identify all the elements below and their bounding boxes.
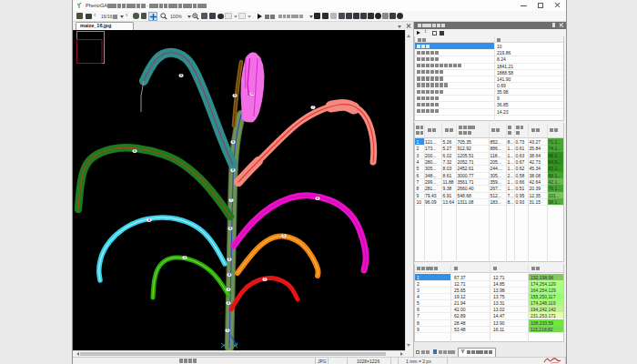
svg-text:5: 5 [283,234,285,238]
svg-text:3: 3 [184,256,186,259]
svg-text:1: 1 [264,278,266,281]
svg-text:5: 5 [228,258,230,261]
svg-text:2: 2 [228,301,229,305]
svg-text:7: 7 [312,106,314,109]
svg-text:9: 9 [234,94,236,97]
svg-text:6: 6 [229,227,231,230]
svg-text:4: 4 [228,273,230,277]
svg-text:4: 4 [148,218,150,222]
svg-text:8: 8 [180,74,182,77]
svg-text:7: 7 [230,198,232,202]
svg-text:8: 8 [232,168,234,172]
svg-text:6: 6 [134,149,136,153]
svg-text:3: 3 [228,288,229,291]
svg-text:10: 10 [250,92,254,96]
svg-text:9: 9 [232,140,234,144]
svg-text:6: 6 [317,197,318,200]
svg-text:1: 1 [227,329,228,332]
